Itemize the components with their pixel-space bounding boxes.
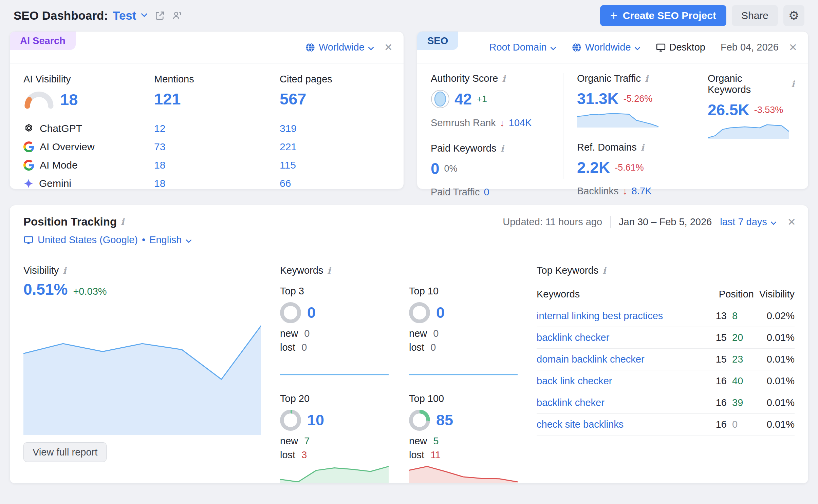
provider-mentions-link[interactable]: 73 xyxy=(154,138,280,156)
mentions-label: Mentions xyxy=(154,74,280,90)
top100-donut xyxy=(409,410,430,431)
desktop-icon xyxy=(23,235,34,245)
info-icon[interactable]: i xyxy=(327,266,331,276)
root-domain-dropdown[interactable]: Root Domain xyxy=(489,42,556,53)
keyword-link[interactable]: internal linking best practices xyxy=(537,310,663,321)
keyword-link[interactable]: domain backlink checker xyxy=(537,354,645,365)
table-row: domain backlink checker 15 23 0.01% xyxy=(537,349,795,370)
bucket-label: Top 3 xyxy=(280,286,389,297)
seo-region-dropdown[interactable]: Worldwide xyxy=(572,42,640,53)
organic-keywords-label: Organic Keywords xyxy=(708,73,787,95)
info-icon[interactable]: i xyxy=(641,142,644,153)
top20-sparkline xyxy=(280,465,389,483)
keyword-bucket-top10: Top 10 0 new0 lost0 xyxy=(409,286,518,375)
info-icon[interactable]: i xyxy=(791,79,795,89)
device-selector[interactable]: Desktop xyxy=(656,42,705,53)
new-value: 5 xyxy=(433,435,439,447)
top10-donut xyxy=(409,302,430,323)
position-tracking-card: Position Tracking i Updated: 11 hours ag… xyxy=(10,205,808,484)
keyword-link[interactable]: backlink cheker xyxy=(537,397,605,408)
desktop-icon xyxy=(656,42,666,53)
device-label: Desktop xyxy=(669,42,705,53)
info-icon[interactable]: i xyxy=(121,217,124,227)
info-icon[interactable]: i xyxy=(63,266,66,276)
provider-row-chatgpt: ChatGPT xyxy=(23,119,154,138)
down-arrow-icon: ↓ xyxy=(500,118,505,129)
col-header-visibility: Visibility xyxy=(754,289,795,300)
bucket-label: Top 10 xyxy=(409,286,518,297)
keyword-position: 13 xyxy=(703,310,727,322)
paid-traffic-label: Paid Traffic xyxy=(431,187,480,198)
authority-score-delta: +1 xyxy=(477,94,487,104)
view-full-report-button[interactable]: View full report xyxy=(23,442,107,462)
close-icon[interactable]: ✕ xyxy=(787,216,796,228)
info-icon[interactable]: i xyxy=(645,74,648,84)
provider-cited-link[interactable]: 221 xyxy=(280,138,390,156)
provider-mentions-link[interactable]: 12 xyxy=(154,119,280,138)
position-tracking-header: Position Tracking i Updated: 11 hours ag… xyxy=(10,205,808,254)
cited-pages-metric: 567 xyxy=(280,90,390,119)
organic-keywords-metric: Organic Keywords i 26.5K -3.53% xyxy=(708,73,795,139)
provider-cited-link[interactable]: 115 xyxy=(280,156,390,174)
report-date[interactable]: Feb 04, 2026 xyxy=(721,42,779,53)
backlinks-label: Backlinks xyxy=(577,186,619,197)
seo-card: SEO Root Domain Worldwide xyxy=(417,31,808,189)
new-value: 7 xyxy=(304,435,310,447)
table-row: back link checker 16 40 0.01% xyxy=(537,370,795,392)
tab-seo[interactable]: SEO xyxy=(417,32,458,50)
chevron-down-icon xyxy=(368,42,374,53)
settings-button[interactable]: ⚙ xyxy=(783,5,804,26)
provider-name: AI Overview xyxy=(40,141,95,153)
paid-traffic-link[interactable]: 0 xyxy=(484,187,489,198)
seo-region-label: Worldwide xyxy=(585,42,631,53)
gemini-icon xyxy=(23,178,34,189)
close-icon[interactable]: ✕ xyxy=(384,41,393,53)
keyword-link[interactable]: backlink checker xyxy=(537,332,609,343)
bucket-label: Top 20 xyxy=(280,393,389,404)
project-selector[interactable]: Test xyxy=(113,9,136,22)
keyword-position-diff: 20 xyxy=(727,332,754,343)
tab-ai-search[interactable]: AI Search xyxy=(10,32,76,50)
keyword-position: 16 xyxy=(703,375,727,387)
top10-sparkline xyxy=(409,358,518,375)
provider-cited-link[interactable]: 66 xyxy=(280,174,390,193)
share-button[interactable]: Share xyxy=(732,5,778,26)
new-value: 0 xyxy=(304,328,310,339)
visibility-delta: +0.03% xyxy=(73,286,107,297)
create-seo-project-button[interactable]: + Create SEO Project xyxy=(600,5,726,26)
provider-cited-link[interactable]: 319 xyxy=(280,119,390,138)
backlinks-link[interactable]: 8.7K xyxy=(632,186,652,197)
provider-row-gemini: Gemini xyxy=(23,174,154,193)
keyword-link[interactable]: back link checker xyxy=(537,375,612,386)
authority-score-icon xyxy=(431,90,450,109)
info-icon[interactable]: i xyxy=(502,74,505,84)
chevron-down-icon[interactable] xyxy=(141,13,148,19)
external-link-icon[interactable] xyxy=(154,10,165,21)
provider-mentions-link[interactable]: 18 xyxy=(154,156,280,174)
info-icon[interactable]: i xyxy=(500,143,504,154)
new-label: new xyxy=(280,328,298,339)
provider-row-ai-overview: AI Overview xyxy=(23,138,154,156)
ai-visibility-gauge xyxy=(23,90,55,109)
semrush-rank-link[interactable]: 104K xyxy=(509,117,532,129)
keyword-position-diff: 40 xyxy=(727,375,754,387)
period-dropdown[interactable]: last 7 days xyxy=(720,216,777,228)
ai-region-dropdown[interactable]: Worldwide xyxy=(305,42,374,53)
keyword-visibility: 0.02% xyxy=(754,310,795,322)
keyword-link[interactable]: check site backlinks xyxy=(537,419,624,430)
bullet-separator: • xyxy=(142,234,145,246)
keyword-position-diff: 39 xyxy=(727,397,754,408)
campaign-selector[interactable]: United States (Google) • English xyxy=(23,234,796,246)
seo-dashboard-page: SEO Dashboard: Test + Create SEO Project xyxy=(0,0,818,504)
provider-name: ChatGPT xyxy=(40,123,82,134)
paid-keywords-metric: Paid Keywords i 0 0% Paid Traffic 0 xyxy=(431,143,563,198)
divider xyxy=(648,41,648,54)
info-icon[interactable]: i xyxy=(602,266,606,276)
provider-mentions-link[interactable]: 18 xyxy=(154,174,280,193)
users-icon[interactable] xyxy=(172,10,183,21)
divider xyxy=(564,41,564,54)
keyword-bucket-top3: Top 3 0 new0 lost0 xyxy=(280,286,389,375)
page-title: SEO Dashboard: xyxy=(14,9,108,22)
globe-icon xyxy=(572,42,582,53)
close-icon[interactable]: ✕ xyxy=(789,41,797,53)
